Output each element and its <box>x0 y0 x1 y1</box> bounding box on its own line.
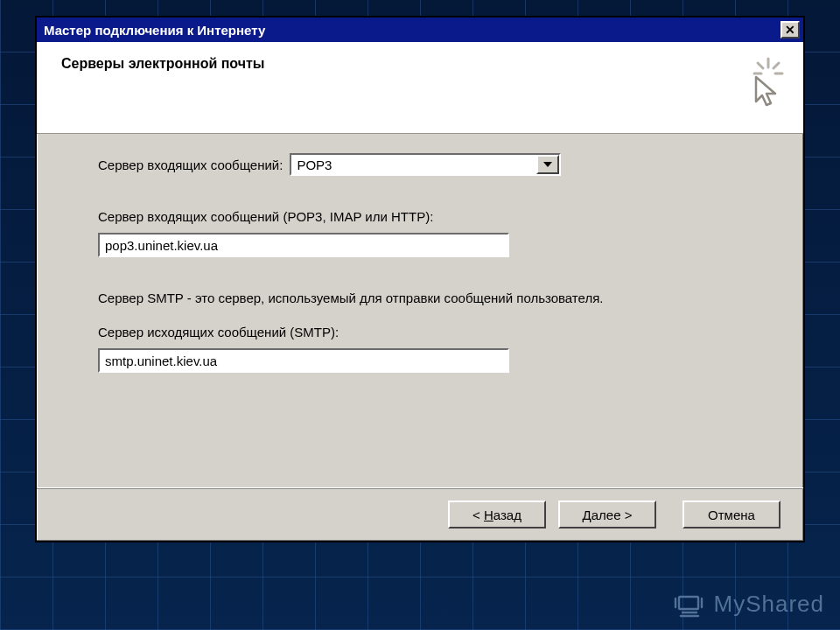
incoming-type-dropdown[interactable]: POP3 <box>290 153 561 176</box>
wizard-header: Серверы электронной почты <box>37 42 803 134</box>
outgoing-server-input[interactable] <box>98 348 509 373</box>
smtp-note: Сервер SMTP - это сервер, используемый д… <box>98 290 603 305</box>
outgoing-server-label: Сервер исходящих сообщений (SMTP): <box>98 325 339 340</box>
incoming-type-value: POP3 <box>291 155 536 174</box>
svg-rect-5 <box>679 597 698 609</box>
cursor-sparkle-icon <box>738 56 784 107</box>
close-icon: ✕ <box>785 24 795 36</box>
next-button[interactable]: Далее > <box>558 500 656 528</box>
page-title: Серверы электронной почты <box>61 56 265 72</box>
back-button-hotkey: Н <box>484 508 494 522</box>
incoming-server-input[interactable] <box>98 233 509 257</box>
watermark: MyShared <box>674 591 825 618</box>
cancel-button[interactable]: Отмена <box>682 500 780 528</box>
window-title: Мастер подключения к Интернету <box>44 23 265 38</box>
button-bar: < Назад Далее > Отмена <box>37 487 803 541</box>
wizard-content: Сервер входящих сообщений: POP3 Сервер в… <box>37 134 803 487</box>
watermark-text: MyShared <box>714 591 825 618</box>
svg-line-1 <box>758 63 763 68</box>
wizard-window: Мастер подключения к Интернету ✕ Серверы… <box>35 16 805 542</box>
back-button[interactable]: < Назад <box>448 500 546 528</box>
incoming-type-label: Сервер входящих сообщений: <box>98 158 283 172</box>
svg-line-2 <box>774 63 779 68</box>
back-button-prefix: < <box>472 508 484 522</box>
close-button[interactable]: ✕ <box>780 21 800 38</box>
incoming-server-label: Сервер входящих сообщений (POP3, IMAP ил… <box>98 209 433 224</box>
watermark-icon <box>674 592 705 618</box>
titlebar: Мастер подключения к Интернету ✕ <box>37 18 803 42</box>
dropdown-arrow-icon[interactable] <box>536 155 559 174</box>
back-button-suffix: азад <box>494 508 522 522</box>
